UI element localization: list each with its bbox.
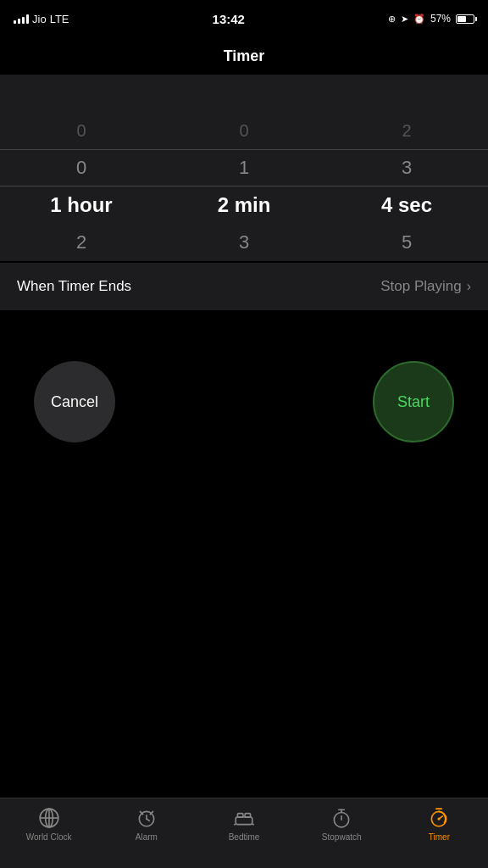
world-clock-icon: [38, 807, 60, 829]
picker-min-item: [163, 75, 325, 112]
picker-column-minutes[interactable]: 0 1 2 min 3 4 5: [163, 75, 325, 261]
picker-column-seconds[interactable]: 2 3 4 sec 5 6 7: [325, 75, 488, 261]
picker-column-hours[interactable]: 0 0 1 hour 2 3 4: [0, 75, 163, 261]
status-right: ⊕ ➤ ⏰ 57%: [388, 13, 474, 25]
timer-ends-value-text: Stop Playing: [380, 278, 461, 295]
tab-bar: World Clock Alarm Bedtime: [0, 798, 488, 868]
buttons-area: Cancel Start: [0, 310, 488, 476]
tab-stopwatch[interactable]: Stopwatch: [293, 805, 391, 842]
picker-sec-selected: 4 sec: [325, 186, 488, 224]
tab-world-clock[interactable]: World Clock: [0, 805, 97, 842]
start-button[interactable]: Start: [373, 361, 454, 442]
svg-rect-11: [245, 814, 251, 817]
chevron-right-icon: ›: [467, 279, 471, 294]
picker-min-item: 0: [163, 112, 325, 149]
carrier-label: Jio: [32, 13, 47, 25]
status-time: 13:42: [213, 12, 245, 26]
timer-ends-row[interactable]: When Timer Ends Stop Playing ›: [0, 263, 488, 310]
tab-timer[interactable]: Timer: [391, 805, 488, 842]
picker-hour-item: [0, 75, 163, 112]
tab-bedtime[interactable]: Bedtime: [195, 805, 292, 842]
tab-timer-label: Timer: [429, 832, 450, 842]
svg-line-20: [439, 816, 442, 819]
signal-bars: [14, 14, 29, 24]
timer-ends-label: When Timer Ends: [17, 278, 131, 295]
timer-icon: [428, 807, 450, 829]
picker-hour-item: 0: [0, 149, 163, 186]
picker-min-item: 3: [163, 224, 325, 261]
tab-world-clock-label: World Clock: [26, 832, 72, 842]
stopwatch-icon: [330, 807, 352, 829]
svg-rect-10: [237, 814, 243, 817]
picker-hour-item: 2: [0, 224, 163, 261]
tab-stopwatch-label: Stopwatch: [322, 832, 362, 842]
battery-label: 57%: [430, 13, 451, 25]
picker-hour-item: 0: [0, 112, 163, 149]
picker-sec-item: 3: [325, 149, 488, 186]
battery-icon: [456, 14, 474, 24]
tab-bedtime-label: Bedtime: [229, 832, 260, 842]
svg-rect-9: [236, 817, 252, 825]
svg-line-6: [147, 819, 149, 821]
picker-min-item: 1: [163, 149, 325, 186]
tab-alarm-label: Alarm: [136, 832, 158, 842]
network-label: LTE: [50, 13, 69, 25]
page-title: Timer: [224, 47, 265, 65]
picker-hour-selected: 1 hour: [0, 186, 163, 224]
location-icon: ⊕: [388, 14, 396, 25]
picker-sec-item: 5: [325, 224, 488, 261]
timer-ends-value: Stop Playing ›: [380, 278, 471, 295]
picker-min-selected: 2 min: [163, 186, 325, 224]
bedtime-icon: [233, 807, 255, 829]
status-left: Jio LTE: [14, 13, 69, 25]
picker-sec-item: [325, 75, 488, 112]
tab-alarm[interactable]: Alarm: [97, 805, 195, 842]
status-bar: Jio LTE 13:42 ⊕ ➤ ⏰ 57%: [0, 0, 488, 37]
location-arrow-icon: ➤: [401, 14, 408, 25]
picker-sec-item: 2: [325, 112, 488, 149]
picker-section[interactable]: 0 0 1 hour 2 3 4 0 1 2 min 3 4 5: [0, 75, 488, 261]
cancel-button[interactable]: Cancel: [34, 361, 115, 442]
alarm-status-icon: ⏰: [413, 14, 425, 25]
page-title-bar: Timer: [0, 37, 488, 75]
picker-container[interactable]: 0 0 1 hour 2 3 4 0 1 2 min 3 4 5: [0, 75, 488, 261]
alarm-icon: [136, 807, 158, 829]
